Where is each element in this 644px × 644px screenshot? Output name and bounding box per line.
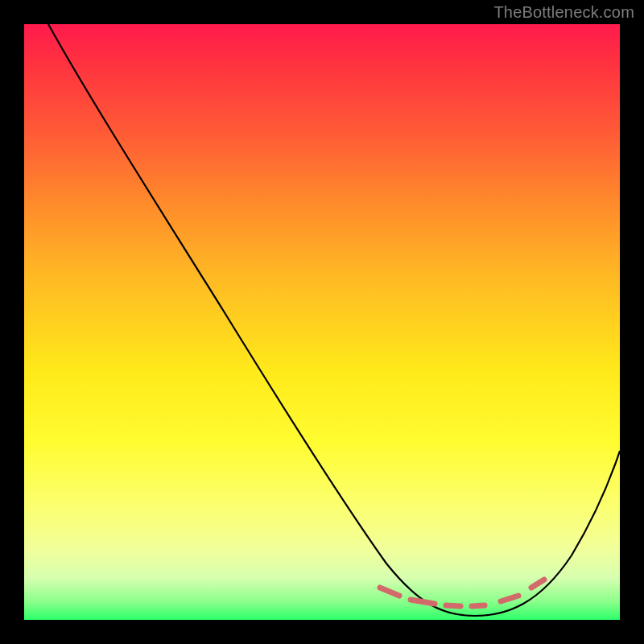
curve-svg — [24, 24, 620, 620]
chart-frame: TheBottleneck.com — [0, 0, 644, 644]
dash-2 — [411, 600, 435, 604]
dash-1 — [380, 588, 399, 596]
plot-area — [24, 24, 620, 620]
dash-5 — [501, 596, 518, 601]
highlight-dashes — [380, 580, 544, 606]
dash-4 — [472, 605, 485, 606]
dash-6 — [531, 580, 544, 588]
bottleneck-curve — [48, 24, 620, 616]
watermark-text: TheBottleneck.com — [493, 3, 634, 22]
dash-3 — [446, 605, 460, 606]
